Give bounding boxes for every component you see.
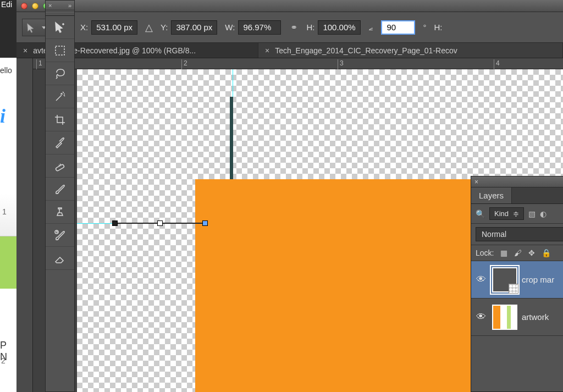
transform-bounding-box[interactable] [113, 220, 207, 226]
layer-visibility-icon[interactable]: 👁 [474, 274, 488, 285]
blend-mode-dropdown[interactable]: Normal [476, 227, 563, 241]
h-value-input[interactable]: 100.00% [318, 20, 361, 35]
document-tab-label: Tech_Engage_2014_CIC_Recovery_Page_01-Re… [275, 46, 457, 55]
angle-icon: ⦟ [368, 21, 373, 33]
layer-filter-dropdown[interactable]: Kind ≑ [489, 207, 524, 220]
y-label: Y: [161, 23, 168, 32]
crop-tool[interactable] [46, 108, 74, 131]
crop-mark [230, 97, 233, 185]
document-tab-2[interactable]: × Tech_Engage_2014_CIC_Recovery_Page_01-… [258, 43, 563, 58]
tools-grip[interactable] [46, 10, 74, 16]
transform-handle-left[interactable] [112, 220, 118, 226]
vertical-ruler[interactable] [16, 69, 33, 392]
rotation-input[interactable]: 90 [381, 20, 415, 35]
bg-num-1: 1 [2, 207, 7, 216]
marquee-tool[interactable] [46, 39, 74, 62]
close-tab-icon[interactable]: × [23, 46, 27, 55]
transform-handle-mid[interactable] [157, 220, 163, 226]
lock-row: Lock: ▦ 🖌 ✥ 🔒 [471, 245, 563, 261]
lock-position-icon[interactable]: ✥ [528, 249, 535, 257]
layer-row-artwork[interactable]: 👁 artwork [471, 299, 563, 336]
eyedropper-tool[interactable] [46, 131, 74, 154]
layers-tab[interactable]: Layers [471, 187, 512, 203]
lock-transparent-icon[interactable]: ▦ [500, 249, 507, 257]
options-bar: X: 531.00 px △ Y: 387.00 px W: 96.97% ⚭ … [16, 12, 563, 43]
horizontal-ruler[interactable]: 1 2 3 4 [16, 58, 563, 69]
brush-tool[interactable] [46, 178, 74, 201]
clone-stamp-tool[interactable] [46, 201, 74, 224]
layer-visibility-icon[interactable]: 👁 [474, 311, 488, 323]
height-field: H: 100.00% [306, 20, 361, 35]
search-icon[interactable]: 🔍 [476, 209, 485, 218]
bg-top: Edi [0, 0, 16, 58]
photoshop-window: X: 531.00 px △ Y: 387.00 px W: 96.97% ⚭ … [16, 0, 563, 392]
minimize-window-button[interactable] [32, 3, 38, 9]
layer-name[interactable]: crop mar [522, 275, 554, 284]
y-value-input[interactable]: 387.00 px [171, 20, 217, 35]
layers-panel-tabs: Layers [471, 187, 563, 204]
y-position-field: Y: 387.00 px [161, 20, 217, 35]
transform-handle-right[interactable] [202, 220, 208, 226]
layers-close-icon[interactable]: × [474, 178, 478, 186]
svg-rect-0 [56, 46, 64, 55]
svg-rect-1 [56, 164, 65, 171]
w-value-input[interactable]: 96.97% [238, 20, 281, 35]
bg-green-block [0, 236, 16, 289]
background-window: Edi ello i 1 PN 2 [0, 0, 16, 392]
close-window-button[interactable] [21, 3, 27, 9]
triangle-icon: △ [145, 21, 153, 34]
layer-thumbnail[interactable] [492, 305, 517, 330]
w-label: W: [225, 23, 235, 32]
history-brush-tool[interactable] [46, 224, 74, 247]
ruler-tick: 2 [181, 59, 187, 69]
move-tool[interactable] [46, 16, 74, 39]
width-field: W: 96.97% [225, 20, 281, 35]
filter-pixel-icon[interactable]: ▧ [528, 209, 536, 218]
h-label: H: [306, 23, 314, 32]
ruler-tick: 1 [36, 59, 42, 69]
bg-num-2: 2 [1, 356, 5, 365]
degree-label: ° [423, 23, 426, 32]
x-position-field: X: 531.00 px [80, 20, 137, 35]
skew-h-label: H: [434, 23, 442, 32]
tools-close-icon[interactable]: × [48, 2, 52, 9]
lasso-tool[interactable] [46, 62, 74, 85]
layer-name[interactable]: artwork [522, 312, 549, 322]
lock-label: Lock: [476, 249, 494, 257]
bg-blue-i: i [0, 104, 5, 128]
link-aspect-icon[interactable]: ⚭ [289, 22, 299, 32]
tools-panel-header: × » [46, 1, 74, 10]
blend-mode-row: Normal [471, 224, 563, 245]
layers-filter-row: 🔍 Kind ≑ ▧ ◐ [471, 204, 563, 224]
ruler-tick: 4 [494, 59, 500, 69]
lock-pixels-icon[interactable]: 🖌 [514, 249, 522, 257]
document-tabs: × avtex-square-Recovered.jpg @ 100% (RGB… [16, 43, 563, 58]
tools-panel: × » [45, 0, 75, 392]
layers-panel: × Layers 🔍 Kind ≑ ▧ ◐ Normal Lock: ▦ 🖌 ✥… [471, 176, 563, 392]
eraser-tool[interactable] [46, 247, 74, 270]
bg-ello-label: ello [0, 66, 12, 75]
layer-thumbnail[interactable] [492, 267, 517, 292]
ruler-tick: 3 [338, 59, 344, 69]
window-titlebar [16, 0, 563, 12]
smart-object-badge-icon [509, 284, 518, 294]
ruler-origin-box[interactable] [16, 58, 33, 69]
filter-adjust-icon[interactable]: ◐ [540, 209, 547, 218]
lock-all-icon[interactable]: 🔒 [542, 249, 551, 257]
layer-row-crop-mark[interactable]: 👁 crop mar [471, 261, 563, 299]
x-label: X: [80, 23, 88, 32]
magic-wand-tool[interactable] [46, 85, 74, 108]
healing-brush-tool[interactable] [46, 154, 74, 178]
close-tab-icon[interactable]: × [265, 46, 269, 55]
x-value-input[interactable]: 531.00 px [91, 20, 137, 35]
layers-panel-header[interactable]: × [471, 176, 563, 187]
tools-expand-icon[interactable]: » [68, 2, 71, 9]
